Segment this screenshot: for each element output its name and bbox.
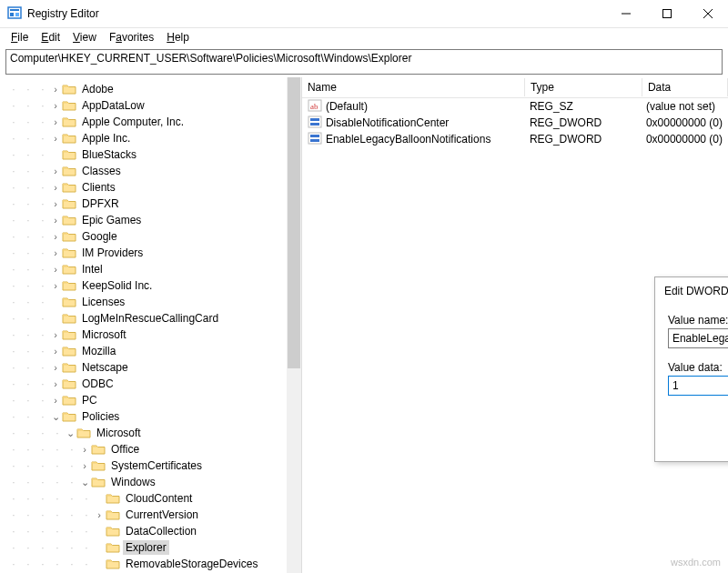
svg-rect-14 bbox=[310, 135, 319, 137]
chevron-down-icon[interactable]: ⌄ bbox=[49, 411, 62, 423]
tree-item[interactable]: ·····›SystemCertificates bbox=[0, 457, 301, 474]
value-type: REG_DWORD bbox=[524, 132, 641, 146]
tree-item[interactable]: ···›Classes bbox=[0, 163, 301, 179]
table-row[interactable]: ab(Default)REG_SZ(value not set) bbox=[302, 98, 728, 115]
chevron-right-icon[interactable]: › bbox=[49, 215, 62, 226]
tree-item[interactable]: ···›DPFXR bbox=[0, 196, 301, 212]
chevron-right-icon[interactable]: › bbox=[49, 133, 62, 144]
tree-item[interactable]: ···›Google bbox=[0, 228, 301, 245]
chevron-right-icon[interactable]: › bbox=[49, 247, 62, 258]
tree-item[interactable]: ······CloudContent bbox=[0, 490, 301, 507]
tree-item[interactable]: ···Licenses bbox=[0, 294, 301, 310]
folder-icon bbox=[106, 541, 120, 554]
folder-icon bbox=[62, 246, 76, 259]
chevron-right-icon[interactable]: › bbox=[49, 231, 62, 242]
tree-item[interactable]: ·····›Office bbox=[0, 441, 301, 457]
tree-view[interactable]: ···›Adobe···›AppDataLow···›Apple Compute… bbox=[0, 77, 302, 573]
menu-view[interactable]: View bbox=[67, 29, 102, 45]
chevron-right-icon[interactable]: › bbox=[49, 329, 62, 340]
tree-item[interactable]: ···›Apple Computer, Inc. bbox=[0, 114, 301, 130]
folder-icon bbox=[62, 132, 76, 145]
chevron-right-icon[interactable]: › bbox=[49, 395, 62, 406]
tree-item[interactable]: ···›AppDataLow bbox=[0, 97, 301, 114]
tree-item[interactable]: ······RemovableStorageDevices bbox=[0, 556, 301, 572]
tree-item-label: IM Providers bbox=[79, 246, 146, 260]
tree-item-label: KeepSolid Inc. bbox=[79, 278, 155, 293]
chevron-right-icon[interactable]: › bbox=[49, 280, 62, 291]
menu-favorites[interactable]: Favorites bbox=[104, 29, 159, 45]
chevron-right-icon[interactable]: › bbox=[49, 100, 62, 111]
tree-item-label: Adobe bbox=[79, 82, 116, 96]
tree-item-label: Classes bbox=[79, 164, 124, 178]
value-name-label: Value name: bbox=[668, 314, 728, 327]
minimize-button[interactable] bbox=[605, 0, 646, 27]
tree-item[interactable]: ······Explorer bbox=[0, 539, 301, 556]
folder-icon bbox=[62, 116, 76, 128]
close-button[interactable] bbox=[687, 0, 728, 27]
tree-item[interactable]: ···›Netscape bbox=[0, 359, 301, 376]
tree-item[interactable]: ···›Apple Inc. bbox=[0, 130, 301, 146]
column-data[interactable]: Data bbox=[642, 78, 728, 96]
dialog-titlebar: Edit DWORD (32-bit) Value bbox=[655, 277, 728, 305]
table-row[interactable]: DisableNotificationCenterREG_DWORD0x0000… bbox=[302, 115, 728, 131]
address-bar[interactable]: Computer\HKEY_CURRENT_USER\Software\Poli… bbox=[5, 49, 723, 75]
svg-rect-13 bbox=[308, 133, 321, 144]
svg-rect-12 bbox=[310, 123, 319, 126]
tree-item[interactable]: ···›ODBC bbox=[0, 376, 301, 392]
folder-icon bbox=[62, 181, 76, 194]
table-row[interactable]: EnableLegacyBalloonNotificationsREG_DWOR… bbox=[302, 131, 728, 147]
tree-item[interactable]: ····⌄Microsoft bbox=[0, 425, 301, 441]
tree-item[interactable]: ···›Epic Games bbox=[0, 212, 301, 228]
chevron-right-icon[interactable]: › bbox=[49, 182, 62, 193]
chevron-right-icon[interactable]: › bbox=[78, 444, 91, 455]
chevron-right-icon[interactable]: › bbox=[49, 346, 62, 357]
folder-icon bbox=[62, 214, 76, 226]
chevron-down-icon[interactable]: ⌄ bbox=[64, 427, 76, 439]
chevron-right-icon[interactable]: › bbox=[49, 362, 62, 373]
chevron-right-icon[interactable]: › bbox=[93, 509, 106, 520]
chevron-right-icon[interactable]: › bbox=[49, 166, 62, 176]
tree-scrollbar[interactable] bbox=[287, 77, 301, 573]
column-name[interactable]: Name bbox=[302, 78, 525, 96]
folder-icon bbox=[62, 148, 76, 161]
tree-item[interactable]: ···›Intel bbox=[0, 261, 301, 277]
tree-item[interactable]: ···›Clients bbox=[0, 179, 301, 196]
svg-rect-5 bbox=[662, 10, 671, 18]
tree-item[interactable]: ···BlueStacks bbox=[0, 146, 301, 163]
chevron-right-icon[interactable]: › bbox=[49, 84, 62, 95]
maximize-button[interactable] bbox=[646, 0, 687, 27]
tree-item[interactable]: ···›Microsoft bbox=[0, 327, 301, 343]
chevron-down-icon[interactable]: ⌄ bbox=[78, 477, 91, 488]
main-split: ···›Adobe···›AppDataLow···›Apple Compute… bbox=[0, 77, 728, 573]
tree-item-label: DPFXR bbox=[79, 196, 122, 211]
value-name-field[interactable] bbox=[668, 328, 728, 348]
tree-item[interactable]: ···›KeepSolid Inc. bbox=[0, 277, 301, 294]
folder-icon bbox=[62, 361, 76, 374]
tree-item[interactable]: ···⌄Policies bbox=[0, 408, 301, 425]
menu-file[interactable]: File bbox=[5, 29, 34, 45]
tree-item[interactable]: ···›Adobe bbox=[0, 81, 301, 97]
svg-rect-3 bbox=[15, 13, 19, 16]
chevron-right-icon[interactable]: › bbox=[49, 116, 62, 127]
chevron-right-icon[interactable]: › bbox=[78, 460, 91, 471]
chevron-right-icon[interactable]: › bbox=[49, 264, 62, 275]
chevron-right-icon[interactable]: › bbox=[49, 378, 62, 389]
list-header: Name Type Data bbox=[302, 77, 728, 98]
tree-item[interactable]: ······›CurrentVersion bbox=[0, 507, 301, 523]
folder-icon bbox=[106, 492, 120, 505]
menu-help[interactable]: Help bbox=[161, 29, 195, 45]
tree-item[interactable]: ···›Mozilla bbox=[0, 343, 301, 359]
chevron-right-icon[interactable]: › bbox=[49, 198, 62, 209]
tree-item[interactable]: ···›PC bbox=[0, 392, 301, 408]
tree-item[interactable]: ···LogMeInRescueCallingCard bbox=[0, 310, 301, 327]
tree-item[interactable]: ···›IM Providers bbox=[0, 245, 301, 261]
tree-item[interactable]: ······DataCollection bbox=[0, 523, 301, 539]
column-type[interactable]: Type bbox=[525, 78, 642, 96]
svg-rect-2 bbox=[10, 13, 14, 16]
folder-icon bbox=[62, 328, 76, 341]
value-name: (Default) bbox=[326, 100, 368, 113]
value-data-field[interactable] bbox=[668, 376, 728, 396]
menu-edit[interactable]: Edit bbox=[35, 29, 66, 45]
folder-icon bbox=[106, 525, 120, 538]
tree-item[interactable]: ·····⌄Windows bbox=[0, 474, 301, 490]
